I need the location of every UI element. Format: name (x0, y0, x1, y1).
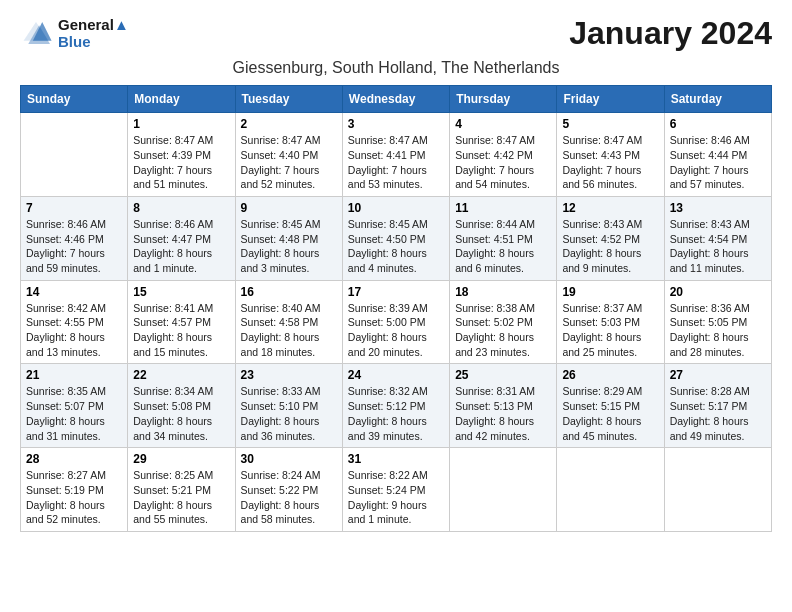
day-number: 22 (133, 368, 229, 382)
calendar-cell: 19Sunrise: 8:37 AMSunset: 5:03 PMDayligh… (557, 280, 664, 364)
day-number: 6 (670, 117, 766, 131)
calendar-cell: 3Sunrise: 8:47 AMSunset: 4:41 PMDaylight… (342, 113, 449, 197)
calendar-cell: 6Sunrise: 8:46 AMSunset: 4:44 PMDaylight… (664, 113, 771, 197)
day-info: Sunrise: 8:44 AMSunset: 4:51 PMDaylight:… (455, 217, 551, 276)
day-number: 15 (133, 285, 229, 299)
day-info: Sunrise: 8:38 AMSunset: 5:02 PMDaylight:… (455, 301, 551, 360)
calendar-cell: 1Sunrise: 8:47 AMSunset: 4:39 PMDaylight… (128, 113, 235, 197)
calendar-cell: 14Sunrise: 8:42 AMSunset: 4:55 PMDayligh… (21, 280, 128, 364)
page-header: General▲ Blue January 2024 (20, 16, 772, 51)
calendar-cell (557, 448, 664, 532)
month-title: January 2024 (569, 16, 772, 51)
day-info: Sunrise: 8:33 AMSunset: 5:10 PMDaylight:… (241, 384, 337, 443)
day-number: 20 (670, 285, 766, 299)
calendar-cell: 17Sunrise: 8:39 AMSunset: 5:00 PMDayligh… (342, 280, 449, 364)
day-info: Sunrise: 8:45 AMSunset: 4:50 PMDaylight:… (348, 217, 444, 276)
calendar-cell: 23Sunrise: 8:33 AMSunset: 5:10 PMDayligh… (235, 364, 342, 448)
weekday-header-wednesday: Wednesday (342, 86, 449, 113)
calendar-week-row: 14Sunrise: 8:42 AMSunset: 4:55 PMDayligh… (21, 280, 772, 364)
calendar-cell (450, 448, 557, 532)
day-number: 4 (455, 117, 551, 131)
day-info: Sunrise: 8:47 AMSunset: 4:42 PMDaylight:… (455, 133, 551, 192)
calendar-week-row: 7Sunrise: 8:46 AMSunset: 4:46 PMDaylight… (21, 196, 772, 280)
day-info: Sunrise: 8:46 AMSunset: 4:44 PMDaylight:… (670, 133, 766, 192)
weekday-header-sunday: Sunday (21, 86, 128, 113)
day-number: 5 (562, 117, 658, 131)
day-info: Sunrise: 8:29 AMSunset: 5:15 PMDaylight:… (562, 384, 658, 443)
calendar-cell: 16Sunrise: 8:40 AMSunset: 4:58 PMDayligh… (235, 280, 342, 364)
day-number: 12 (562, 201, 658, 215)
calendar-cell (664, 448, 771, 532)
day-info: Sunrise: 8:24 AMSunset: 5:22 PMDaylight:… (241, 468, 337, 527)
day-number: 26 (562, 368, 658, 382)
day-info: Sunrise: 8:35 AMSunset: 5:07 PMDaylight:… (26, 384, 122, 443)
day-number: 23 (241, 368, 337, 382)
title-block: January 2024 (569, 16, 772, 51)
day-info: Sunrise: 8:34 AMSunset: 5:08 PMDaylight:… (133, 384, 229, 443)
day-info: Sunrise: 8:41 AMSunset: 4:57 PMDaylight:… (133, 301, 229, 360)
weekday-header-monday: Monday (128, 86, 235, 113)
day-info: Sunrise: 8:39 AMSunset: 5:00 PMDaylight:… (348, 301, 444, 360)
day-number: 19 (562, 285, 658, 299)
day-number: 13 (670, 201, 766, 215)
calendar-cell: 5Sunrise: 8:47 AMSunset: 4:43 PMDaylight… (557, 113, 664, 197)
calendar-cell: 13Sunrise: 8:43 AMSunset: 4:54 PMDayligh… (664, 196, 771, 280)
day-number: 24 (348, 368, 444, 382)
day-number: 9 (241, 201, 337, 215)
weekday-header-thursday: Thursday (450, 86, 557, 113)
calendar-cell: 10Sunrise: 8:45 AMSunset: 4:50 PMDayligh… (342, 196, 449, 280)
day-info: Sunrise: 8:22 AMSunset: 5:24 PMDaylight:… (348, 468, 444, 527)
calendar-cell (21, 113, 128, 197)
calendar-cell: 30Sunrise: 8:24 AMSunset: 5:22 PMDayligh… (235, 448, 342, 532)
weekday-header-saturday: Saturday (664, 86, 771, 113)
calendar-cell: 25Sunrise: 8:31 AMSunset: 5:13 PMDayligh… (450, 364, 557, 448)
calendar-cell: 18Sunrise: 8:38 AMSunset: 5:02 PMDayligh… (450, 280, 557, 364)
day-number: 21 (26, 368, 122, 382)
day-info: Sunrise: 8:47 AMSunset: 4:41 PMDaylight:… (348, 133, 444, 192)
day-info: Sunrise: 8:46 AMSunset: 4:47 PMDaylight:… (133, 217, 229, 276)
day-number: 2 (241, 117, 337, 131)
weekday-header-friday: Friday (557, 86, 664, 113)
day-number: 16 (241, 285, 337, 299)
day-info: Sunrise: 8:36 AMSunset: 5:05 PMDaylight:… (670, 301, 766, 360)
calendar-cell: 4Sunrise: 8:47 AMSunset: 4:42 PMDaylight… (450, 113, 557, 197)
day-info: Sunrise: 8:45 AMSunset: 4:48 PMDaylight:… (241, 217, 337, 276)
day-info: Sunrise: 8:47 AMSunset: 4:43 PMDaylight:… (562, 133, 658, 192)
calendar-cell: 15Sunrise: 8:41 AMSunset: 4:57 PMDayligh… (128, 280, 235, 364)
day-info: Sunrise: 8:25 AMSunset: 5:21 PMDaylight:… (133, 468, 229, 527)
calendar-cell: 20Sunrise: 8:36 AMSunset: 5:05 PMDayligh… (664, 280, 771, 364)
day-number: 1 (133, 117, 229, 131)
day-number: 27 (670, 368, 766, 382)
day-number: 25 (455, 368, 551, 382)
calendar-week-row: 1Sunrise: 8:47 AMSunset: 4:39 PMDaylight… (21, 113, 772, 197)
day-number: 28 (26, 452, 122, 466)
day-info: Sunrise: 8:37 AMSunset: 5:03 PMDaylight:… (562, 301, 658, 360)
day-number: 29 (133, 452, 229, 466)
day-info: Sunrise: 8:31 AMSunset: 5:13 PMDaylight:… (455, 384, 551, 443)
weekday-header-tuesday: Tuesday (235, 86, 342, 113)
day-number: 17 (348, 285, 444, 299)
calendar-cell: 22Sunrise: 8:34 AMSunset: 5:08 PMDayligh… (128, 364, 235, 448)
day-number: 10 (348, 201, 444, 215)
logo-text: General▲ Blue (58, 16, 129, 50)
day-info: Sunrise: 8:46 AMSunset: 4:46 PMDaylight:… (26, 217, 122, 276)
day-info: Sunrise: 8:40 AMSunset: 4:58 PMDaylight:… (241, 301, 337, 360)
calendar-week-row: 28Sunrise: 8:27 AMSunset: 5:19 PMDayligh… (21, 448, 772, 532)
calendar-cell: 12Sunrise: 8:43 AMSunset: 4:52 PMDayligh… (557, 196, 664, 280)
day-number: 11 (455, 201, 551, 215)
location-title: Giessenburg, South Holland, The Netherla… (20, 59, 772, 77)
day-number: 30 (241, 452, 337, 466)
calendar-cell: 29Sunrise: 8:25 AMSunset: 5:21 PMDayligh… (128, 448, 235, 532)
calendar-cell: 26Sunrise: 8:29 AMSunset: 5:15 PMDayligh… (557, 364, 664, 448)
day-info: Sunrise: 8:42 AMSunset: 4:55 PMDaylight:… (26, 301, 122, 360)
calendar-cell: 24Sunrise: 8:32 AMSunset: 5:12 PMDayligh… (342, 364, 449, 448)
calendar-cell: 28Sunrise: 8:27 AMSunset: 5:19 PMDayligh… (21, 448, 128, 532)
day-info: Sunrise: 8:32 AMSunset: 5:12 PMDaylight:… (348, 384, 444, 443)
calendar-cell: 31Sunrise: 8:22 AMSunset: 5:24 PMDayligh… (342, 448, 449, 532)
day-number: 14 (26, 285, 122, 299)
day-info: Sunrise: 8:43 AMSunset: 4:52 PMDaylight:… (562, 217, 658, 276)
day-number: 18 (455, 285, 551, 299)
day-info: Sunrise: 8:27 AMSunset: 5:19 PMDaylight:… (26, 468, 122, 527)
calendar-cell: 9Sunrise: 8:45 AMSunset: 4:48 PMDaylight… (235, 196, 342, 280)
logo: General▲ Blue (20, 16, 129, 50)
